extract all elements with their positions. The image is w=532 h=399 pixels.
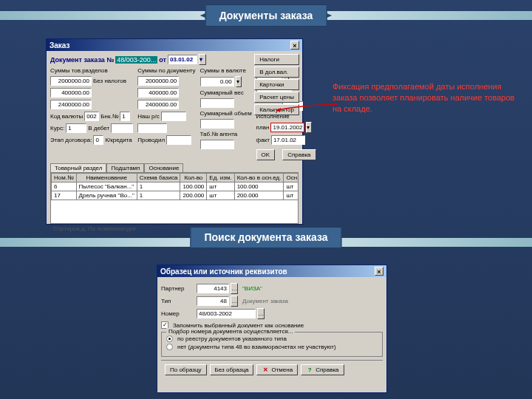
order-title: Заказ: [50, 41, 70, 50]
cancel-button[interactable]: ✕Отмена: [256, 364, 298, 375]
amount-itog2[interactable]: 2400000.00: [137, 100, 179, 109]
cell: шт: [207, 191, 234, 200]
selection-group: Подбор номера документа осуществляется..…: [161, 332, 383, 357]
fakt-label: факт: [256, 137, 270, 143]
partner-label: Партнер: [161, 285, 195, 292]
col-kolvo-osn[interactable]: Кол-во в осн.ед.: [234, 174, 284, 183]
tab-podshtamp[interactable]: Подштамп: [106, 163, 144, 172]
close-icon[interactable]: ×: [290, 41, 299, 50]
partner-name: "ВИЗА": [242, 285, 262, 292]
tip-pick-icon[interactable]: …: [231, 296, 238, 307]
amount-itog1[interactable]: 2400000.00: [50, 100, 92, 109]
amount-bez2[interactable]: 2000000.00: [137, 76, 179, 86]
partner-pick-icon[interactable]: …: [231, 283, 238, 294]
kurs-input[interactable]: 1: [66, 123, 86, 133]
cell: 1: [137, 191, 180, 200]
radio1-label: по реестру документов указанного типа: [177, 335, 287, 342]
raschet-button[interactable]: Расчет цены: [254, 92, 299, 103]
doc-number[interactable]: 48/003-200...: [115, 56, 157, 64]
from-label: от: [159, 56, 166, 64]
plan-label: план: [256, 124, 270, 131]
cell: Пылесос "Балкан...": [76, 183, 137, 191]
kodval-input[interactable]: 002: [84, 112, 99, 121]
radio-none[interactable]: [166, 344, 173, 350]
nash-input[interactable]: [161, 112, 186, 121]
col-osned[interactable]: Осн. ед.изм.: [284, 174, 299, 183]
banner-search: Поиск документа заказа: [190, 227, 341, 248]
help-button[interactable]: ?Справка: [301, 364, 344, 375]
nalogi-button[interactable]: Налоги: [254, 54, 299, 65]
help-label: Справка: [316, 365, 338, 375]
docsums-label: Суммы по документу: [137, 67, 195, 74]
no-sample-button[interactable]: Без образца: [210, 364, 254, 375]
etap-input[interactable]: 0: [93, 135, 103, 145]
doc-date-input[interactable]: 03.01.02: [168, 55, 197, 64]
cell: 1: [137, 183, 180, 191]
cell: 100.000: [234, 183, 284, 191]
col-kolvo[interactable]: Кол-во: [180, 174, 207, 183]
tip-name: Документ заказа: [242, 298, 288, 304]
partner-code-input[interactable]: 4143: [197, 284, 229, 293]
cell: шт: [284, 183, 299, 191]
amount-nalog1[interactable]: 400000.00: [50, 88, 92, 98]
order-window: Заказ × Документ заказа № 48/003-200... …: [46, 38, 303, 225]
valsum-input[interactable]: 0.00: [200, 77, 234, 86]
valsum-spin-icon[interactable]: ▾: [236, 76, 242, 87]
nash-label: Наш р/с: [137, 113, 160, 120]
tab-osnovanie[interactable]: Основание: [144, 163, 183, 172]
tab-tovarny[interactable]: Товарный раздел: [50, 163, 106, 172]
bik-input[interactable]: 1: [120, 112, 130, 121]
tabagent-input[interactable]: [200, 140, 234, 149]
cell: 17: [52, 191, 77, 200]
plan-date-input[interactable]: 19.01.2002: [270, 123, 304, 132]
sumves-label: Суммарный вес: [200, 89, 244, 96]
doc-number-label: Документ заказа №: [50, 56, 114, 64]
help-button[interactable]: Справка: [282, 149, 316, 160]
date-dropdown-icon[interactable]: ▾: [199, 54, 206, 65]
col-schema[interactable]: Схема базиса: [137, 174, 180, 183]
ok-button[interactable]: OK: [256, 149, 276, 160]
close-icon[interactable]: ×: [375, 267, 383, 276]
tabagent-label: Таб.№ агента: [200, 131, 238, 137]
radio-by-registry[interactable]: [166, 335, 173, 342]
provodil-label: Проводил: [137, 137, 165, 143]
col-ed[interactable]: Ед. изм.: [207, 174, 234, 183]
plan-date-drop-icon[interactable]: ▾: [306, 122, 312, 133]
tip-code-input[interactable]: 48: [197, 296, 229, 306]
beznal-label: Без налогов: [93, 78, 126, 84]
kartochki-button[interactable]: Карточки: [254, 79, 299, 90]
cell: 6: [52, 183, 77, 191]
amount-nalog2[interactable]: 400000.00: [137, 88, 179, 98]
cell: шт: [284, 191, 299, 200]
col-nom[interactable]: Ном.№: [52, 174, 77, 183]
bik-label: Бнк.№: [100, 113, 118, 120]
sumobj-input[interactable]: [200, 119, 234, 129]
kodval-label: Код валюты: [50, 113, 83, 120]
vdebet-input[interactable]: [111, 123, 133, 133]
banner-documents: Документы заказа: [205, 4, 327, 27]
nomer-pick-icon[interactable]: …: [257, 308, 265, 319]
cell: 100.000: [180, 183, 207, 191]
cancel-label: Отмена: [271, 365, 293, 375]
order-titlebar[interactable]: Заказ ×: [47, 39, 302, 51]
by-sample-button[interactable]: По образцу: [165, 364, 207, 375]
items-grid[interactable]: Ном.№ Наименование Схема базиса Кол-во Е…: [50, 172, 299, 224]
callout-text: Фиксация предполагаемой даты исполнения …: [332, 81, 521, 115]
vdebet2-input[interactable]: [137, 123, 167, 133]
cell: Дрель ручная "Во...": [76, 191, 137, 200]
provodil-input[interactable]: [166, 135, 191, 145]
vdebet-label: В дебет: [88, 125, 109, 132]
radio2-label: нет (документы типа 48 во взаиморасчетах…: [177, 344, 336, 350]
table-row[interactable]: 17 Дрель ручная "Во..." 1 200.000 шт 200…: [52, 191, 299, 200]
sumves-input[interactable]: [200, 98, 234, 108]
tip-label: Тип: [161, 298, 195, 304]
table-row[interactable]: 6 Пылесос "Балкан..." 1 100.000 шт 100.0…: [52, 183, 299, 191]
kalkul-button[interactable]: Калькулятор: [254, 104, 299, 115]
fakt-date-input[interactable]: 17.01.02: [271, 135, 305, 145]
sample-titlebar[interactable]: Образец или источник реквизитов ×: [157, 265, 386, 277]
vdolval-button[interactable]: В дол.вал.: [254, 66, 299, 78]
col-name[interactable]: Наименование: [76, 174, 137, 183]
nomer-input[interactable]: 48/003-2002: [197, 309, 256, 318]
cell: шт: [207, 183, 234, 191]
amount-bez1[interactable]: 2000000.00: [50, 76, 92, 86]
